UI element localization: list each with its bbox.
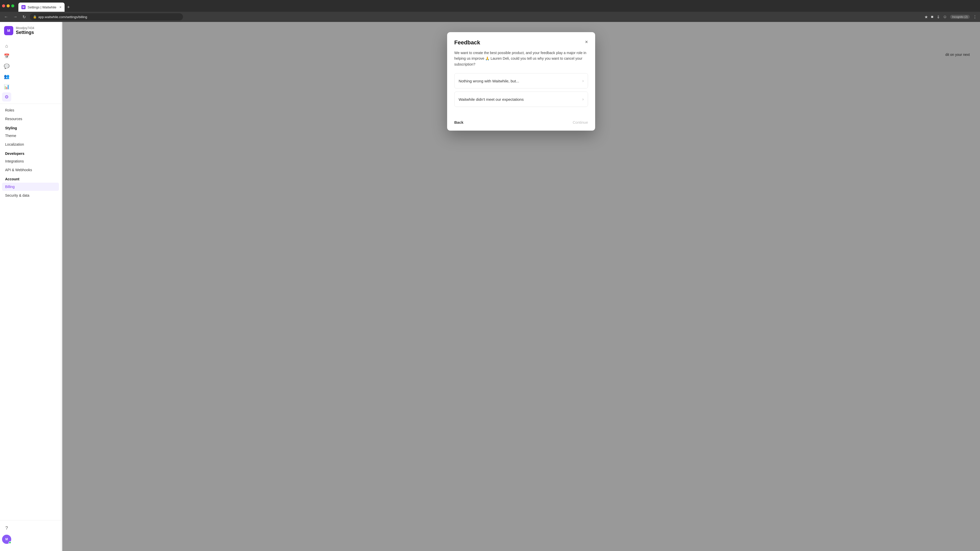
calendar-icon[interactable]: 📅 — [2, 52, 11, 61]
modal-header: Feedback × — [447, 32, 595, 46]
browser-tabs: M Settings | Waitwhile × + — [18, 0, 72, 12]
sidebar-item-localization[interactable]: Localization — [2, 140, 59, 148]
sidebar-header: M Moodjoy7434 Settings — [0, 26, 61, 39]
reload-button[interactable]: ↻ — [21, 14, 27, 21]
modal-description: We want to create the best possible prod… — [454, 50, 588, 67]
incognito-badge: Incognito (2) — [950, 15, 970, 19]
menu-icon[interactable]: ⋮ — [973, 14, 977, 19]
main-content: No address available dit on your next Fe… — [61, 22, 980, 551]
sidebar-item-roles[interactable]: Roles — [2, 106, 59, 114]
minimize-button[interactable] — [2, 4, 5, 7]
sidebar-section-developers: Developers — [2, 149, 59, 157]
modal-option-1-label: Nothing wrong with Waitwhile, but... — [458, 79, 519, 83]
browser-chrome: M Settings | Waitwhile × + — [0, 0, 980, 12]
sidebar-nav: Roles Resources Styling Theme Localizati… — [0, 106, 61, 200]
sidebar-item-security-data[interactable]: Security & data — [2, 191, 59, 200]
avatar: M — [4, 26, 13, 35]
close-button[interactable] — [11, 4, 14, 7]
back-button[interactable]: Back — [454, 120, 463, 124]
app-layout: M Moodjoy7434 Settings ⌂ 📅 💬 👥 📊 ⚙ Roles… — [0, 22, 980, 551]
address-bar-row: ← → ↻ 🔒 app.waitwhile.com/settings/billi… — [0, 12, 980, 22]
sidebar-section-account: Account — [2, 175, 59, 182]
maximize-button[interactable] — [6, 4, 10, 7]
url-text: app.waitwhile.com/settings/billing — [38, 15, 87, 19]
tab-title: Settings | Waitwhile — [27, 5, 56, 9]
modal-overlay[interactable]: Feedback × We want to create the best po… — [62, 22, 980, 551]
sidebar-section-styling: Styling — [2, 124, 59, 131]
chat-icon[interactable]: 💬 — [2, 62, 11, 71]
settings-icon[interactable]: ⚙ — [2, 92, 11, 102]
new-tab-button[interactable]: + — [65, 3, 72, 12]
modal-option-1[interactable]: Nothing wrong with Waitwhile, but... › — [454, 73, 588, 89]
download-icon[interactable]: ⇓ — [937, 14, 940, 19]
extensions-icon[interactable]: ■ — [931, 14, 934, 19]
back-nav-button[interactable]: ← — [3, 14, 9, 20]
modal-footer: Back Continue — [447, 116, 595, 130]
main-inner: No address available dit on your next Fe… — [62, 22, 980, 551]
user-info: Moodjoy7434 Settings — [16, 26, 34, 35]
status-dot — [9, 541, 11, 544]
modal-title: Feedback — [454, 39, 480, 46]
users-icon[interactable]: 👥 — [2, 72, 11, 81]
chevron-right-icon-1: › — [582, 79, 584, 83]
chevron-right-icon-2: › — [582, 97, 584, 102]
sidebar-item-api-webhooks[interactable]: API & Webhooks — [2, 166, 59, 174]
modal-body: We want to create the best possible prod… — [447, 46, 595, 110]
sidebar-item-billing[interactable]: Billing — [2, 183, 59, 191]
sidebar-bottom: ? M — [0, 520, 61, 547]
sidebar-item-resources[interactable]: Resources — [2, 115, 59, 123]
tab-close-button[interactable]: × — [59, 5, 62, 9]
active-tab[interactable]: M Settings | Waitwhile × — [18, 3, 65, 12]
browser-actions: ★ ■ ⇓ ☺ Incognito (2) ⋮ — [924, 14, 977, 19]
modal-close-button[interactable]: × — [585, 39, 588, 44]
user-avatar-bottom[interactable]: M — [2, 535, 11, 544]
bookmark-icon[interactable]: ★ — [924, 14, 928, 19]
tab-favicon: M — [21, 5, 25, 9]
sidebar-item-theme[interactable]: Theme — [2, 132, 59, 140]
modal-option-2-label: Waitwhile didn't meet our expectations — [458, 97, 524, 102]
lock-icon: 🔒 — [33, 15, 37, 19]
sidebar: M Moodjoy7434 Settings ⌂ 📅 💬 👥 📊 ⚙ Roles… — [0, 22, 61, 551]
profile-icon[interactable]: ☺ — [943, 14, 947, 19]
username-label: Moodjoy7434 — [16, 26, 34, 30]
address-bar[interactable]: 🔒 app.waitwhile.com/settings/billing — [30, 13, 183, 21]
sidebar-item-integrations[interactable]: Integrations — [2, 157, 59, 165]
app-title: Settings — [16, 30, 34, 35]
analytics-icon[interactable]: 📊 — [2, 82, 11, 91]
feedback-modal: Feedback × We want to create the best po… — [447, 32, 595, 130]
home-icon[interactable]: ⌂ — [2, 41, 11, 51]
modal-options: Nothing wrong with Waitwhile, but... › W… — [454, 73, 588, 110]
forward-nav-button[interactable]: → — [12, 14, 18, 20]
continue-button[interactable]: Continue — [573, 120, 588, 124]
modal-option-2[interactable]: Waitwhile didn't meet our expectations › — [454, 92, 588, 107]
help-icon[interactable]: ? — [2, 524, 11, 533]
